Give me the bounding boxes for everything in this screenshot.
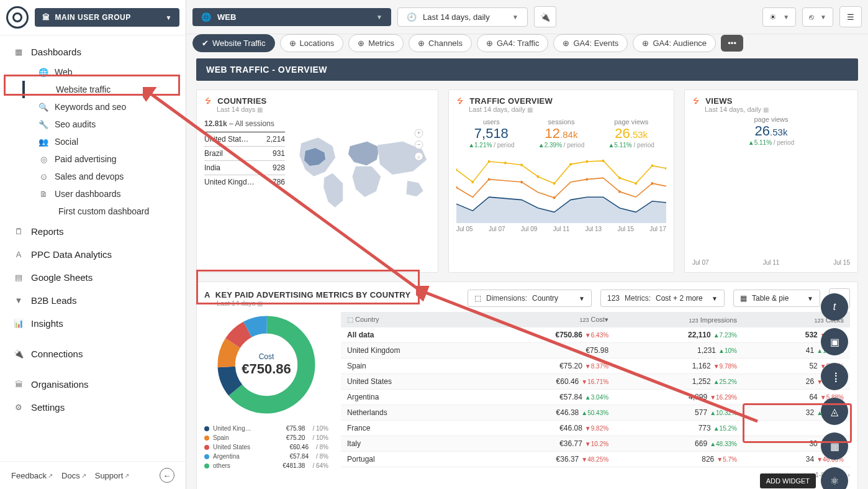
- col-country[interactable]: ⬚ Country: [341, 312, 477, 327]
- overview-chart: [456, 155, 666, 223]
- tab-channels[interactable]: ⊕Channels: [409, 34, 472, 52]
- donut-value: €750.86: [242, 361, 291, 377]
- nav-keywords-seo[interactable]: 🔍Keywords and seo: [22, 98, 186, 116]
- country-row[interactable]: United Stat…2,214: [204, 132, 285, 146]
- svg-point-19: [520, 181, 523, 183]
- tab-ga4-events[interactable]: ⊕GA4: Events: [553, 34, 628, 52]
- table-row[interactable]: All data€750.86▼6.43%22,110▲7.23%532▼5.3…: [341, 327, 850, 343]
- external-icon: ↗: [81, 472, 86, 479]
- nav-label: Dashboards: [31, 47, 81, 57]
- table-icon: ▦: [740, 294, 747, 303]
- date-range-selector[interactable]: 🕘 Last 14 days, daily ▼: [397, 7, 528, 27]
- plus-icon: ⊕: [358, 39, 364, 48]
- view-type-selector[interactable]: ▦Table & pie▼: [733, 290, 820, 307]
- compass-icon: ◬: [831, 406, 838, 418]
- tab-locations[interactable]: ⊕Locations: [280, 34, 344, 52]
- nav-insights[interactable]: 📊Insights: [0, 312, 186, 335]
- metric-sessions: sessions12.84k▲2.39% / period: [527, 118, 597, 149]
- nav-b2b-leads[interactable]: ▼B2B Leads: [0, 289, 186, 312]
- nav-google-sheets[interactable]: ▤Google Sheets: [0, 266, 186, 289]
- nav-sales-devops[interactable]: ⊙Sales and devops: [22, 168, 186, 185]
- fab-image[interactable]: ▣: [821, 328, 848, 355]
- menu-button[interactable]: ☰: [839, 6, 862, 27]
- nav-dashboards[interactable]: ▦ Dashboards: [0, 40, 186, 63]
- nav-social[interactable]: 👥Social: [22, 133, 186, 150]
- tab-ga4-audience[interactable]: ⊕GA4: Audience: [633, 34, 716, 52]
- tab-website-traffic[interactable]: ✔Website Traffic: [192, 34, 275, 52]
- collapse-sidebar-button[interactable]: ←: [160, 468, 174, 483]
- date-range-label: Last 14 days, daily: [423, 12, 490, 22]
- org-icon: 🏛: [14, 380, 24, 389]
- hamburger-icon: ☰: [847, 12, 854, 22]
- share-selector[interactable]: ⎋▼: [802, 7, 833, 27]
- metric-page-views: page views26.53k▲5.11% / period: [596, 118, 666, 149]
- fab-compass[interactable]: ◬: [821, 398, 848, 425]
- table-row[interactable]: Spain€75.20▼8.37%1,162▼9.78%52▼5.45%: [341, 359, 850, 374]
- fab-grid[interactable]: ▦: [821, 432, 848, 460]
- chart-icon: 📊: [14, 319, 24, 328]
- footer-docs[interactable]: Docs ↗: [61, 471, 86, 480]
- col-cost[interactable]: 123 Cost▾: [477, 312, 615, 327]
- metrics-selector[interactable]: 123Metrics: Cost + 2 more▼: [600, 290, 725, 307]
- nav-seo-audits[interactable]: 🔧Seo audits: [22, 116, 186, 133]
- fab-text[interactable]: t: [821, 293, 848, 321]
- atom-icon: ⚛: [830, 475, 839, 487]
- nav-ppc[interactable]: ΑPPC Data Analytics: [0, 243, 186, 266]
- connections-quick-button[interactable]: 🔌: [534, 6, 556, 27]
- world-map[interactable]: + − ⌂: [292, 119, 430, 219]
- country-row[interactable]: Brazil931: [204, 146, 285, 160]
- donut-label: Cost: [259, 352, 274, 361]
- svg-point-12: [602, 160, 605, 162]
- tab-bar: ✔Website Traffic⊕Locations⊕Metrics⊕Chann…: [186, 34, 868, 57]
- external-icon: ↗: [124, 472, 129, 479]
- nav-reports[interactable]: 🗒Reports: [0, 220, 186, 243]
- svg-point-21: [585, 178, 588, 180]
- nav-web[interactable]: 🌐Web: [22, 63, 186, 81]
- table-row[interactable]: Argentina€57.84▲3.04%4,899▼16.29%64▼5.88…: [341, 390, 850, 405]
- user-group-selector[interactable]: 🏛 MAIN USER GROUP ▼: [35, 8, 179, 27]
- nav-organisations[interactable]: 🏛Organisations: [0, 373, 186, 396]
- fab-tune[interactable]: ⢸: [821, 363, 848, 390]
- app-logo: [6, 6, 29, 29]
- platform-selector[interactable]: 🌐 WEB ▼: [192, 8, 391, 26]
- country-row[interactable]: United Kingd…786: [204, 175, 285, 189]
- svg-point-11: [585, 160, 588, 163]
- theme-selector[interactable]: ☀▼: [762, 7, 796, 27]
- platform-label: WEB: [217, 12, 236, 22]
- tab-ga4-traffic[interactable]: ⊕GA4: Traffic: [477, 34, 548, 52]
- cube-icon: ⬚: [474, 294, 481, 303]
- footer-feedback[interactable]: Feedback ↗: [11, 471, 53, 480]
- grid-icon: ▦: [830, 441, 839, 452]
- fab-add-widget[interactable]: ⚛ADD WIDGET: [821, 467, 848, 489]
- table-row[interactable]: Italy€36.77▼10.2%669▲48.33%30▲3.44%: [341, 436, 850, 452]
- country-row[interactable]: India928: [204, 160, 285, 175]
- plus-icon: ⊕: [418, 39, 425, 48]
- nav-paid-advertising[interactable]: ◎Paid advertising: [22, 150, 186, 168]
- card-title: VIEWS: [705, 96, 732, 106]
- views-bar-chart: [692, 151, 850, 257]
- views-metric-label: page views: [692, 116, 850, 123]
- legend-row: United States€60.46/ 8%: [204, 442, 328, 452]
- nav-connections[interactable]: 🔌Connections: [0, 342, 186, 365]
- calendar-icon: ▦: [257, 300, 263, 307]
- tabs-more-button[interactable]: •••: [721, 35, 743, 52]
- nav-first-custom[interactable]: First custom dashboard: [22, 203, 186, 220]
- user-group-label: MAIN USER GROUP: [55, 13, 131, 22]
- footer-support[interactable]: Support ↗: [95, 471, 130, 480]
- tab-metrics[interactable]: ⊕Metrics: [348, 34, 404, 52]
- sliders-icon: ⢸: [831, 371, 838, 383]
- nav-website-traffic[interactable]: Website traffic: [22, 81, 186, 98]
- table-row[interactable]: Portugal€36.37▼48.25%826▼5.7%34▼46.03%: [341, 452, 850, 467]
- nav-user-dashboards[interactable]: 🗎User dashboards: [22, 185, 186, 203]
- table-row[interactable]: Netherlands€46.38▲50.43%577▲10.32%32▲68.…: [341, 405, 850, 421]
- plug-icon: 🔌: [540, 12, 550, 22]
- nav-settings[interactable]: ⚙Settings: [0, 396, 186, 419]
- table-row[interactable]: United States€60.46▼16.71%1,252▲25.2%26▼…: [341, 374, 850, 390]
- clipboard-icon: 🗒: [14, 227, 24, 236]
- svg-text:⌂: ⌂: [417, 154, 420, 160]
- table-row[interactable]: France€46.08▼9.82%773▲15.2%: [341, 421, 850, 436]
- table-row[interactable]: United Kingdom€75.981,231▲10%41▲10.81%: [341, 343, 850, 359]
- dimensions-selector[interactable]: ⬚Dimensions: Country▼: [468, 290, 592, 307]
- col-impressions[interactable]: 123 Impressions: [615, 312, 743, 327]
- svg-point-6: [504, 162, 507, 164]
